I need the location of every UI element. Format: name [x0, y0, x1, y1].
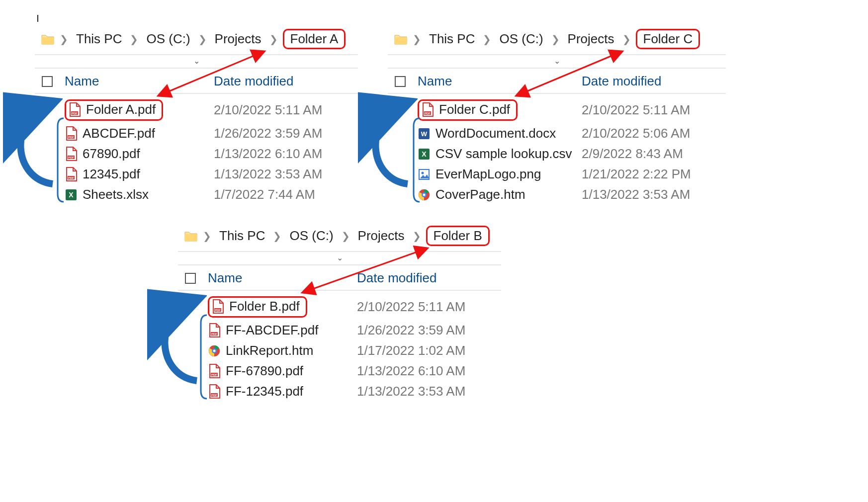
pdf-file-icon: PDF	[211, 299, 224, 314]
chevron-right-icon: ❯	[413, 230, 421, 242]
file-name: WordDocument.docx	[435, 126, 556, 141]
file-name: FF-67890.pdf	[226, 363, 303, 379]
file-date: 2/10/2022 5:06 AM	[582, 126, 721, 141]
file-list: PDFFolder A.pdf2/10/2022 5:11 AMPDFABCDE…	[35, 94, 358, 205]
file-row[interactable]: XSheets.xlsx1/7/2022 7:44 AM	[35, 184, 358, 205]
svg-text:PDF: PDF	[68, 156, 74, 159]
file-date: 2/10/2022 5:11 AM	[582, 102, 721, 118]
file-row[interactable]: EverMapLogo.png1/21/2022 2:22 PM	[388, 164, 726, 184]
column-date[interactable]: Date modified	[214, 74, 353, 89]
crumb-projects[interactable]: Projects	[212, 29, 264, 49]
file-name: FF-12345.pdf	[226, 384, 303, 399]
file-row[interactable]: PDFFF-12345.pdf1/13/2022 3:53 AM	[178, 381, 501, 402]
file-row[interactable]: PDFFolder A.pdf2/10/2022 5:11 AM	[35, 97, 358, 123]
crumb-this-pc[interactable]: This PC	[216, 226, 268, 246]
pdf-file-icon: PDF	[65, 126, 78, 141]
csv-file-icon: X	[418, 147, 431, 162]
file-row[interactable]: XCSV sample lookup.csv2/9/2022 8:43 AM	[388, 144, 726, 164]
file-row[interactable]: PDFFolder C.pdf2/10/2022 5:11 AM	[388, 97, 726, 123]
crumb-os-c[interactable]: OS (C:)	[496, 29, 546, 49]
file-row[interactable]: CoverPage.htm1/13/2022 3:53 AM	[388, 184, 726, 205]
column-headers: Name Date modified	[35, 69, 358, 94]
file-name: Folder C.pdf	[439, 102, 510, 117]
svg-text:PDF: PDF	[68, 176, 74, 179]
column-name[interactable]: Name	[65, 74, 214, 89]
file-row[interactable]: PDFABCDEF.pdf1/26/2022 3:59 AM	[35, 123, 358, 144]
png-file-icon	[418, 167, 431, 182]
select-all-checkbox[interactable]	[185, 273, 196, 284]
svg-text:X: X	[69, 191, 74, 199]
docx-file-icon: W	[418, 126, 431, 141]
file-name: Sheets.xlsx	[83, 187, 149, 202]
select-all-checkbox[interactable]	[42, 76, 53, 87]
crumb-os-c[interactable]: OS (C:)	[286, 226, 336, 246]
file-list: PDFFolder C.pdf2/10/2022 5:11 AMWWordDoc…	[388, 94, 726, 205]
explorer-pane-c: ❯ This PC ❯ OS (C:) ❯ Projects ❯ Folder …	[388, 24, 726, 205]
crumb-this-pc[interactable]: This PC	[73, 29, 125, 49]
file-name: Folder B.pdf	[229, 299, 300, 314]
chevron-down-icon[interactable]: ⌄	[388, 55, 726, 69]
file-name: 67890.pdf	[83, 146, 140, 162]
column-headers: Name Date modified	[388, 69, 726, 94]
chevron-down-icon[interactable]: ⌄	[35, 55, 358, 69]
crumb-folder-a[interactable]: Folder A	[283, 29, 346, 49]
file-row[interactable]: PDF67890.pdf1/13/2022 6:10 AM	[35, 144, 358, 164]
file-date: 1/13/2022 6:10 AM	[357, 363, 496, 379]
select-all-checkbox[interactable]	[395, 76, 406, 87]
explorer-pane-a: ❯ This PC ❯ OS (C:) ❯ Projects ❯ Folder …	[35, 24, 358, 205]
pdf-file-icon: PDF	[421, 102, 434, 117]
file-date: 2/9/2022 8:43 AM	[582, 146, 721, 162]
svg-point-20	[423, 193, 426, 196]
crumb-os-c[interactable]: OS (C:)	[143, 29, 193, 49]
svg-text:PDF: PDF	[215, 309, 221, 312]
breadcrumb[interactable]: ❯ This PC ❯ OS (C:) ❯ Projects ❯ Folder …	[35, 24, 358, 55]
chevron-right-icon: ❯	[342, 230, 350, 242]
folder-icon	[394, 33, 408, 45]
chevron-right-icon: ❯	[198, 33, 207, 45]
chevron-right-icon: ❯	[203, 230, 211, 242]
chevron-right-icon: ❯	[273, 230, 281, 242]
file-name: EverMapLogo.png	[435, 167, 541, 182]
svg-text:X: X	[422, 150, 427, 158]
column-headers: Name Date modified	[178, 265, 501, 291]
crumb-projects[interactable]: Projects	[565, 29, 617, 49]
breadcrumb[interactable]: ❯ This PC ❯ OS (C:) ❯ Projects ❯ Folder …	[388, 24, 726, 55]
file-row[interactable]: WWordDocument.docx2/10/2022 5:06 AM	[388, 123, 726, 144]
column-name[interactable]: Name	[418, 74, 582, 89]
crumb-folder-b[interactable]: Folder B	[426, 226, 490, 246]
file-date: 1/13/2022 3:53 AM	[214, 167, 353, 182]
file-name: CoverPage.htm	[435, 187, 525, 202]
crumb-folder-c[interactable]: Folder C	[636, 29, 700, 49]
file-name: ABCDEF.pdf	[83, 126, 155, 141]
file-date: 1/13/2022 3:53 AM	[357, 384, 496, 399]
file-row[interactable]: PDF12345.pdf1/13/2022 3:53 AM	[35, 164, 358, 184]
file-row[interactable]: PDFFF-ABCDEF.pdf1/26/2022 3:59 AM	[178, 320, 501, 340]
svg-text:PDF: PDF	[425, 112, 431, 115]
column-name[interactable]: Name	[208, 270, 357, 286]
file-date: 1/26/2022 3:59 AM	[214, 126, 353, 141]
svg-text:PDF: PDF	[211, 333, 217, 335]
file-row[interactable]: LinkReport.htm1/17/2022 1:02 AM	[178, 340, 501, 361]
svg-text:PDF: PDF	[72, 112, 78, 115]
column-date[interactable]: Date modified	[582, 74, 721, 89]
svg-text:PDF: PDF	[68, 136, 74, 139]
crumb-projects[interactable]: Projects	[355, 226, 408, 246]
text-cursor	[37, 15, 38, 22]
chevron-down-icon[interactable]: ⌄	[178, 252, 501, 265]
svg-point-27	[213, 349, 216, 352]
file-date: 2/10/2022 5:11 AM	[214, 102, 353, 118]
highlighted-output-file: PDFFolder B.pdf	[208, 296, 307, 318]
highlighted-output-file: PDFFolder C.pdf	[418, 99, 518, 121]
file-row[interactable]: PDFFF-67890.pdf1/13/2022 6:10 AM	[178, 361, 501, 381]
column-date[interactable]: Date modified	[357, 270, 496, 286]
chevron-right-icon: ❯	[269, 33, 278, 45]
breadcrumb[interactable]: ❯ This PC ❯ OS (C:) ❯ Projects ❯ Folder …	[178, 221, 501, 252]
svg-point-17	[422, 171, 424, 174]
svg-text:PDF: PDF	[211, 394, 217, 397]
folder-icon	[184, 230, 198, 242]
file-row[interactable]: PDFFolder B.pdf2/10/2022 5:11 AM	[178, 294, 501, 320]
htm-file-icon	[418, 187, 431, 202]
pdf-file-icon: PDF	[208, 323, 221, 338]
crumb-this-pc[interactable]: This PC	[426, 29, 478, 49]
file-date: 2/10/2022 5:11 AM	[357, 299, 496, 315]
